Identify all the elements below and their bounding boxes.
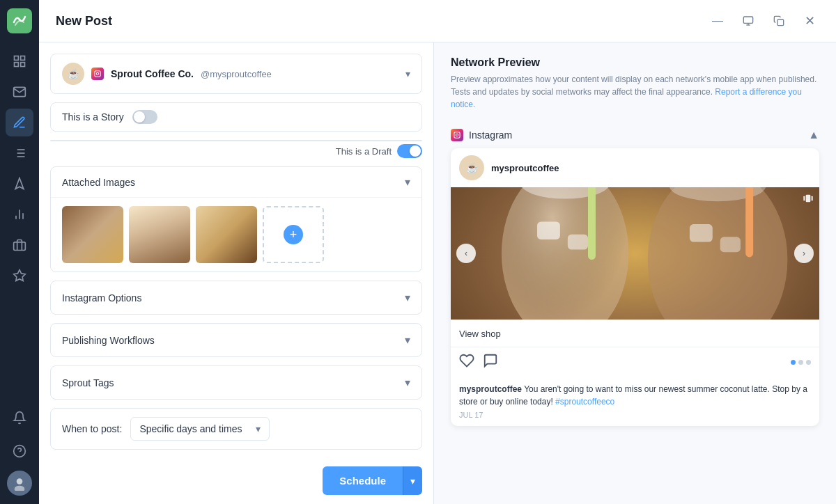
svg-rect-45 [568, 235, 588, 250]
attached-images-content: + [51, 197, 421, 271]
instagram-options-section: Instagram Options ▾ [50, 281, 422, 315]
svg-rect-54 [812, 196, 813, 201]
story-section: This is a Story [50, 102, 422, 132]
sidebar-item-home[interactable] [6, 47, 33, 75]
sidebar-item-compose[interactable] [6, 109, 33, 136]
instagram-section-chevron: ▲ [808, 129, 819, 141]
publishing-workflows-header[interactable]: Publishing Workflows ▾ [51, 324, 421, 356]
instagram-section-label: Instagram [469, 129, 512, 141]
like-button[interactable] [459, 353, 474, 372]
view-shop-section: View shop [451, 320, 819, 347]
sprout-tags-chevron: ▾ [405, 376, 410, 389]
instagram-options-title: Instagram Options [62, 292, 141, 304]
insta-caption-text: mysproutcoffee You aren't going to want … [459, 383, 811, 408]
dot-1 [791, 360, 796, 365]
dot-3 [806, 360, 811, 365]
next-icon: › [803, 249, 805, 258]
instagram-section-badge [451, 129, 463, 141]
modal-title: New Post [56, 14, 112, 29]
draft-toggle-knob [410, 145, 421, 157]
minimize-button[interactable]: — [708, 11, 727, 31]
publishing-workflows-section: Publishing Workflows ▾ [50, 323, 422, 357]
app-logo[interactable] [7, 8, 32, 33]
story-label: This is a Story [62, 111, 124, 123]
svg-rect-2 [21, 56, 25, 61]
account-info: ☕ Sprout Coffee Co. @mysproutcoffee [62, 63, 272, 85]
network-preview-title: Network Preview [451, 56, 819, 69]
left-panel: ☕ Sprout Coffee Co. @mysproutcoffee ▾ Th… [39, 42, 434, 504]
publishing-workflows-title: Publishing Workflows [62, 335, 155, 346]
schedule-arrow-button[interactable]: ▾ [403, 466, 422, 495]
image-dots [791, 360, 811, 365]
svg-rect-22 [743, 17, 752, 23]
modal-body: ☕ Sprout Coffee Co. @mysproutcoffee ▾ Th… [39, 42, 836, 504]
prev-image-button[interactable]: ‹ [456, 244, 476, 263]
sidebar-item-analytics[interactable] [6, 200, 33, 228]
text-editor: Iced coffee hits different in the warm m… [50, 140, 422, 141]
insta-preview-username: mysproutcoffee [491, 163, 559, 173]
next-image-button[interactable]: › [794, 244, 814, 263]
svg-rect-15 [14, 242, 26, 251]
instagram-preview-header[interactable]: Instagram ▲ [451, 122, 819, 148]
attached-images-title: Attached Images [62, 177, 135, 188]
svg-rect-26 [95, 71, 100, 77]
sidebar [0, 0, 39, 504]
account-handle: @mysproutcoffee [201, 69, 272, 79]
insta-preview-image: ‹ › [451, 187, 819, 320]
account-selector[interactable]: ☕ Sprout Coffee Co. @mysproutcoffee ▾ [50, 54, 422, 94]
modal-header: New Post — ✕ [39, 0, 836, 42]
svg-rect-50 [720, 237, 741, 252]
add-image-button[interactable]: + [263, 206, 324, 263]
draft-label: This is a Draft [336, 146, 392, 157]
when-to-post-select[interactable]: Specific days and times ▾ [130, 417, 270, 441]
schedule-area: Schedule ▾ [50, 458, 422, 498]
caption-hashtag: #sproutcoffeeco [555, 397, 614, 407]
sidebar-item-inbox[interactable] [6, 78, 33, 106]
svg-rect-4 [21, 63, 25, 67]
svg-point-47 [648, 187, 788, 320]
instagram-preview-section: Instagram ▲ ☕ mysproutcoffee [451, 122, 819, 426]
image-thumb-2[interactable] [129, 206, 190, 263]
image-thumb-3[interactable] [196, 206, 257, 263]
attached-images-section: Attached Images ▾ [50, 166, 422, 272]
add-icon: + [284, 225, 303, 244]
draft-toggle[interactable] [397, 144, 422, 158]
caption-username: mysproutcoffee [459, 384, 522, 394]
instagram-options-header[interactable]: Instagram Options ▾ [51, 281, 421, 314]
toggle-knob [134, 111, 145, 123]
expand-button[interactable] [738, 11, 758, 31]
insta-actions-bar [451, 347, 819, 377]
account-chevron: ▾ [405, 68, 410, 79]
schedule-button[interactable]: Schedule [323, 466, 403, 495]
insta-preview-avatar: ☕ [459, 155, 484, 180]
sidebar-item-feed[interactable] [6, 139, 33, 167]
svg-marker-16 [14, 270, 26, 281]
when-to-post-chevron: ▾ [256, 423, 261, 434]
view-shop-label[interactable]: View shop [459, 329, 501, 339]
sprout-tags-header[interactable]: Sprout Tags ▾ [51, 366, 421, 399]
sidebar-item-publish[interactable] [6, 170, 33, 198]
caption-date: JUL 17 [459, 411, 811, 419]
copy-button[interactable] [769, 11, 789, 31]
sidebar-item-tasks[interactable] [6, 231, 33, 259]
new-post-modal: New Post — ✕ ☕ Sprout Coffee Co. [39, 0, 836, 504]
when-to-post-label: When to post: [62, 423, 122, 434]
instagram-preview-card: ☕ mysproutcoffee [451, 148, 819, 426]
close-button[interactable]: ✕ [800, 11, 819, 31]
svg-rect-49 [690, 224, 713, 242]
editor-content[interactable]: Iced coffee hits different in the warm m… [51, 141, 421, 141]
user-avatar[interactable] [7, 471, 32, 496]
attached-images-header[interactable]: Attached Images ▾ [51, 167, 421, 197]
sidebar-item-favorites[interactable] [6, 262, 33, 290]
svg-rect-53 [806, 195, 811, 203]
svg-rect-25 [777, 19, 784, 26]
story-toggle[interactable] [132, 110, 157, 124]
instagram-section-title: Instagram [451, 129, 512, 141]
reel-icon [803, 193, 814, 207]
sidebar-item-notifications[interactable] [6, 404, 33, 432]
comment-button[interactable] [483, 353, 498, 372]
sidebar-item-help[interactable] [6, 437, 33, 465]
svg-rect-44 [537, 221, 560, 239]
image-thumb-1[interactable] [62, 206, 123, 263]
svg-rect-3 [15, 63, 19, 67]
